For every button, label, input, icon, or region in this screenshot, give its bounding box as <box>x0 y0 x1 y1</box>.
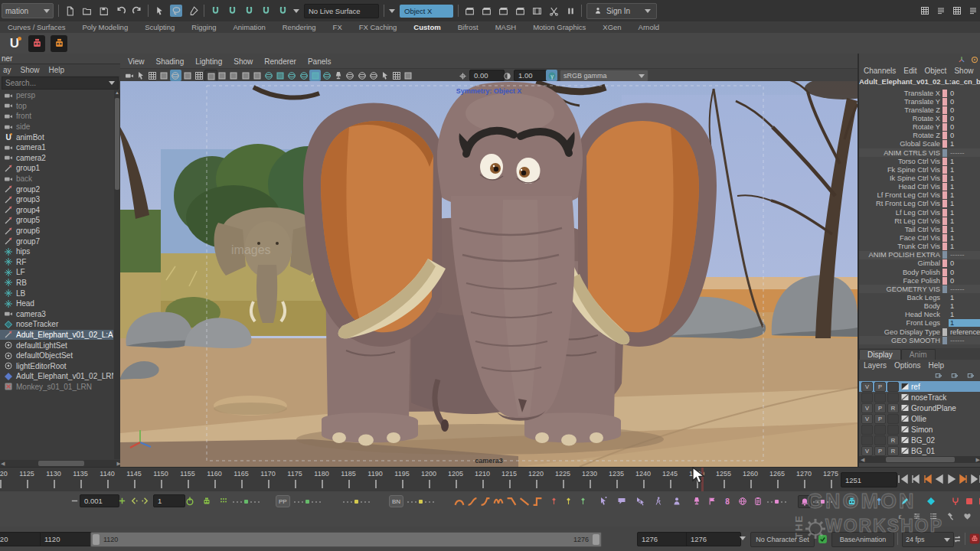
channel-value[interactable]: 1 <box>949 140 980 148</box>
channel-value[interactable]: 0 <box>949 90 980 97</box>
character-set-selector[interactable]: No Character Set <box>750 532 815 547</box>
outliner-item[interactable]: group6 <box>0 226 113 236</box>
outliner-item[interactable]: group1 <box>0 163 113 174</box>
paint-cursor-icon[interactable] <box>187 5 199 17</box>
outliner-menu-ay[interactable]: ay <box>3 66 11 74</box>
outliner-item[interactable]: Monkey_s01_01_LRN <box>0 382 113 393</box>
viewport-canvas[interactable]: images <box>120 81 858 467</box>
animbot-sliders-icon[interactable] <box>911 510 922 521</box>
channel-value[interactable]: 0 <box>949 106 980 114</box>
lasso-cursor-icon[interactable] <box>170 5 182 17</box>
shelf-tab-motion-graphics[interactable]: Motion Graphics <box>533 23 586 31</box>
viewport-toolbar-icon[interactable] <box>379 70 390 81</box>
key-yellow-icon[interactable] <box>563 495 573 506</box>
snap-view-icon[interactable] <box>276 5 289 17</box>
shelf-tab-fx-caching[interactable]: FX Caching <box>359 23 397 31</box>
shelf-tab-rigging[interactable]: Rigging <box>191 23 216 31</box>
shelf-tab-animation[interactable]: Animation <box>233 23 265 31</box>
layer-p-toggle[interactable]: P <box>874 446 886 456</box>
layer-scrollbar[interactable]: ◀▶ <box>859 456 980 463</box>
animbot-power-icon[interactable] <box>184 495 195 507</box>
step-key-right-icon[interactable] <box>139 495 150 506</box>
viewport-menu-panels[interactable]: Panels <box>308 57 332 66</box>
animbot-walk-icon[interactable] <box>652 495 664 507</box>
move-layer-down-icon[interactable] <box>949 371 959 381</box>
viewport-menu-show[interactable]: Show <box>234 57 253 66</box>
soft-select-icon[interactable] <box>969 54 979 64</box>
layer-row[interactable]: VPref <box>859 381 980 392</box>
outliner-menu-show[interactable]: Show <box>21 66 40 74</box>
channel-row[interactable]: GEO SMOOTH------ <box>859 336 980 344</box>
playback-loop-icon[interactable] <box>951 533 963 545</box>
animbot-flag-icon[interactable] <box>706 495 717 507</box>
animbot-key-icon[interactable] <box>873 495 884 507</box>
playback-start-field[interactable]: 1120 <box>40 532 93 546</box>
channel-value[interactable]: 1 <box>949 174 980 182</box>
channel-row[interactable]: Rt Front Leg Ctrl Vis1 <box>859 200 980 208</box>
new-layer-icon[interactable] <box>965 371 975 381</box>
range-handle-left[interactable] <box>93 534 100 545</box>
layer-row[interactable]: VPOllie <box>859 413 980 424</box>
animbot-lamp-icon[interactable] <box>691 495 702 507</box>
channel-box-toggle-icon[interactable] <box>951 5 962 17</box>
layer-v-toggle[interactable]: V <box>861 403 873 413</box>
outliner-item[interactable]: side <box>0 122 113 132</box>
layer-v-toggle[interactable]: V <box>861 382 873 392</box>
channel-value[interactable]: 1 <box>949 166 980 174</box>
horizontal-scrollbar[interactable]: ◀▶ <box>0 460 122 467</box>
go-to-end-button[interactable] <box>971 471 980 487</box>
viewport-toolbar-icon[interactable] <box>135 70 146 81</box>
outliner-item[interactable]: group2 <box>0 184 113 194</box>
channel-value[interactable]: 1 <box>949 294 980 302</box>
shelf-tab-sculpting[interactable]: Sculpting <box>145 23 175 31</box>
tangent-curve-icon[interactable] <box>492 495 505 507</box>
channel-value[interactable]: 1 <box>949 158 980 165</box>
shelf-tab-arnold[interactable]: Arnold <box>639 23 659 31</box>
outliner-item[interactable]: back <box>0 174 113 184</box>
channel-value[interactable]: 0 <box>949 259 980 267</box>
snap-plane-icon[interactable] <box>260 5 272 17</box>
layer-menu-help[interactable]: Help <box>928 361 944 370</box>
layer-r-toggle[interactable] <box>887 382 899 392</box>
layer-row[interactable]: VPRGroundPlane <box>859 403 980 413</box>
viewport-toolbar-icon[interactable] <box>263 70 274 81</box>
channel-row[interactable]: Ik Spine Ctrl Vis1 <box>859 174 980 182</box>
outliner-item[interactable]: camera2 <box>0 153 113 164</box>
viewport-toolbar-icon[interactable] <box>391 70 403 81</box>
shelf-tab-fx[interactable]: FX <box>333 23 342 31</box>
new-file-icon[interactable] <box>64 5 76 17</box>
outliner-item[interactable]: RF <box>0 257 113 268</box>
viewport-menu-view[interactable]: View <box>128 57 145 66</box>
outliner-item[interactable]: group5 <box>0 215 113 226</box>
layer-p-toggle[interactable] <box>874 435 886 445</box>
viewport-toolbar-icon[interactable] <box>286 70 298 81</box>
fps-dropdown[interactable]: 24 fps <box>902 532 954 547</box>
outliner-item[interactable]: group7 <box>0 236 113 246</box>
channel-row[interactable]: Head Ctrl Vis1 <box>859 183 980 191</box>
gamma-icon[interactable] <box>501 70 512 81</box>
tangent-curve-icon[interactable] <box>466 495 479 507</box>
viewport-toolbar-icon[interactable] <box>333 70 345 81</box>
channel-value[interactable]: 0 <box>949 123 980 131</box>
channel-menu-object[interactable]: Object <box>925 67 947 75</box>
layer-r-toggle[interactable]: R <box>887 446 899 456</box>
person-icon[interactable] <box>593 6 603 16</box>
channel-row[interactable]: Face Ctrl Vis1 <box>859 233 980 242</box>
channel-row[interactable]: ANIM CTRLS VIS------ <box>859 148 980 157</box>
snap-curve-icon[interactable] <box>226 5 238 17</box>
viewport-menu-lighting[interactable]: Lighting <box>195 57 222 66</box>
layer-row[interactable]: noseTrack <box>859 392 980 403</box>
animbot-clipboard-icon[interactable] <box>752 495 763 507</box>
channel-value[interactable]: ------ <box>949 337 980 344</box>
channel-menu-edit[interactable]: Edit <box>903 67 916 75</box>
layer-p-toggle[interactable]: P <box>874 382 886 392</box>
gamma-field[interactable]: 1.00 <box>514 70 549 81</box>
channel-value[interactable]: 0 <box>949 115 980 122</box>
layer-v-toggle[interactable]: V <box>861 414 873 424</box>
layer-r-toggle[interactable] <box>887 425 899 435</box>
channel-value[interactable]: 0 <box>949 98 980 106</box>
viewport-toolbar-icon[interactable] <box>403 70 414 81</box>
channel-value[interactable]: 1 <box>949 226 980 233</box>
channel-row[interactable]: GEOMETRY VIS------ <box>859 285 980 293</box>
animbot-cursor-plus-icon[interactable] <box>597 495 609 507</box>
